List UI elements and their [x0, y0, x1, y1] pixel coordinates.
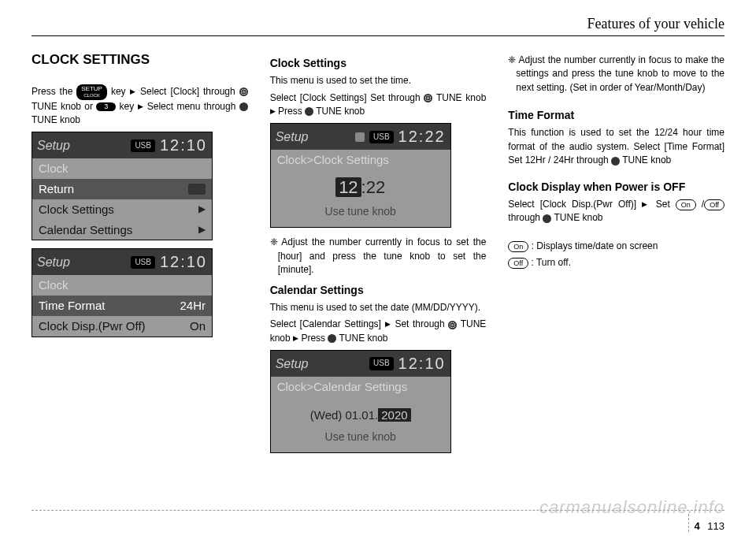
p-clock-disp: Select [Clock Disp.(Pwr Off)] ▶ Set On /…: [508, 198, 724, 225]
usb-icon: USB: [369, 357, 394, 370]
screen-setup-label: Setup: [276, 128, 309, 146]
text: Select menu through: [147, 101, 239, 112]
key-3-icon: 3: [96, 102, 116, 111]
text: Select [Clock Disp.(Pwr Off)]: [508, 199, 642, 210]
chapter-number: 4: [688, 514, 704, 532]
minute: :22: [361, 177, 386, 197]
column-1: CLOCK SETTINGS Press the SETUP CLOCK key…: [32, 50, 248, 461]
text: Set through: [395, 318, 448, 329]
value: 24Hr: [180, 297, 206, 314]
text: Press: [278, 106, 305, 117]
key-label-bottom: CLOCK: [83, 93, 100, 98]
heading-time-format: Time Format: [508, 107, 724, 123]
screen-topbar: Setup USB 12:10: [32, 132, 212, 158]
text: Clock Disp.(Pwr Off): [39, 318, 146, 335]
arrow-icon: ▶: [293, 334, 298, 342]
off-pill-icon: Off: [508, 258, 528, 269]
screen-setup-label: Setup: [37, 253, 70, 271]
tune-knob-icon: [543, 214, 551, 223]
text: Calendar Settings: [39, 221, 132, 239]
screen-clock: 12:10: [160, 134, 207, 157]
value: On: [190, 318, 206, 335]
text: Set: [656, 199, 676, 210]
menu-item-clock-settings: Clock Settings ▶: [32, 199, 212, 220]
hint-text: Use tune knob: [274, 203, 447, 219]
text: Return: [39, 180, 74, 198]
text: TUNE knob: [622, 154, 671, 166]
p-calendar-2: Select [Calendar Settings] ▶ Set through…: [270, 318, 487, 345]
text: Clock: [39, 160, 69, 177]
screen-breadcrumb: Clock>Clock Settings: [271, 150, 450, 170]
menu-item-time-format: Time Format 24Hr: [32, 296, 212, 316]
p-calendar-1: This menu is used to set the date (MM/DD…: [270, 301, 487, 314]
text: TUNE knob: [316, 106, 365, 117]
weekday: (Wed): [310, 408, 343, 422]
screen-body: Clock Return Clock Settings ▶ Calendar S…: [32, 158, 212, 240]
arrow-icon: ▶: [270, 107, 276, 115]
screen-breadcrumb: Clock>Calendar Settings: [271, 377, 450, 397]
usb-icon: USB: [369, 131, 394, 144]
heading-clock-settings: CLOCK SETTINGS: [32, 50, 248, 70]
page-footer: 4 113: [32, 510, 724, 532]
tune-knob-icon: [611, 157, 620, 166]
text: TUNE knob: [339, 333, 388, 344]
heading-calendar-settings: Calendar Settings: [270, 282, 487, 298]
text: : Turn off.: [528, 257, 571, 268]
text: Clock: [39, 277, 69, 294]
radio-screen-clock-settings: Setup USB 12:22 Clock>Clock Settings 12:…: [270, 123, 451, 228]
legend-off: Off : Turn off.: [508, 256, 724, 270]
text: TUNE knob: [32, 114, 80, 125]
screen-body: Clock Time Format 24Hr Clock Disp.(Pwr O…: [32, 275, 212, 336]
text: Time Format: [39, 297, 105, 314]
text: Select [Calendar Settings]: [270, 318, 385, 329]
tune-knob-icon: [305, 107, 313, 116]
radio-screen-clock-menu-2: Setup USB 12:10 Clock Time Format 24Hr C…: [32, 248, 213, 337]
screen-status-icons: USB 12:10: [131, 251, 207, 273]
heading-clock-display-off: Clock Display when Power is OFF: [508, 179, 724, 195]
note-year-month-day: ❈ Adjust the number currently in focus t…: [508, 54, 724, 95]
date-prefix: 01.01.: [345, 408, 378, 422]
legend-on: On : Displays time/date on screen: [508, 240, 724, 253]
return-icon: [188, 184, 206, 195]
tune-knob-icon: [239, 87, 248, 96]
screen-title-row: Clock: [32, 158, 212, 179]
page-number: 113: [707, 520, 724, 532]
tune-knob-icon: [239, 102, 248, 111]
arrow-icon: ▶: [130, 87, 137, 95]
screen-title-row: Clock: [32, 275, 212, 296]
text: TUNE knob: [436, 92, 486, 103]
text: TUNE knob: [554, 212, 603, 223]
text: : Displays time/date on screen: [528, 240, 658, 251]
year-focused: 2020: [378, 408, 410, 422]
screen-setup-label: Setup: [37, 136, 70, 154]
text: TUNE knob or: [32, 101, 96, 112]
on-pill-icon: On: [676, 199, 696, 210]
menu-item-calendar-settings: Calendar Settings ▶: [32, 220, 212, 240]
screen-body: 12:22 Use tune knob: [271, 170, 450, 227]
usb-icon: USB: [131, 139, 155, 153]
header-title: Features of your vehicle: [587, 16, 724, 32]
screen-status-icons: USB 12:10: [369, 352, 446, 375]
chevron-right-icon: ▶: [198, 203, 206, 216]
arrow-icon: ▶: [138, 102, 144, 110]
text: Clock Settings: [39, 201, 114, 218]
text: through: [508, 212, 543, 223]
setup-clock-key-icon: SETUP CLOCK: [76, 84, 107, 100]
p-clock-settings-2: Select [Clock Settings] Set through TUNE…: [270, 91, 487, 119]
text: Press the: [32, 86, 76, 97]
date-editor: (Wed) 01.01.2020: [274, 402, 447, 426]
key-label-top: SETUP: [81, 85, 102, 92]
text: Select [Clock Settings] Set through: [270, 92, 424, 103]
screen-topbar: Setup USB 12:10: [32, 249, 212, 275]
time-editor: 12:22: [274, 175, 447, 200]
screen-topbar: Setup USB 12:10: [271, 351, 450, 377]
tune-knob-icon: [328, 334, 336, 343]
text: Select [Clock] through: [140, 86, 239, 97]
text: key: [120, 101, 138, 112]
radio-screen-calendar-settings: Setup USB 12:10 Clock>Calendar Settings …: [270, 350, 451, 453]
hour-focused: 12: [335, 177, 361, 197]
screen-status-icons: USB 12:22: [355, 125, 446, 148]
content-columns: CLOCK SETTINGS Press the SETUP CLOCK key…: [32, 50, 724, 461]
column-2: Clock Settings This menu is used to set …: [270, 50, 487, 461]
text: key: [111, 86, 130, 97]
